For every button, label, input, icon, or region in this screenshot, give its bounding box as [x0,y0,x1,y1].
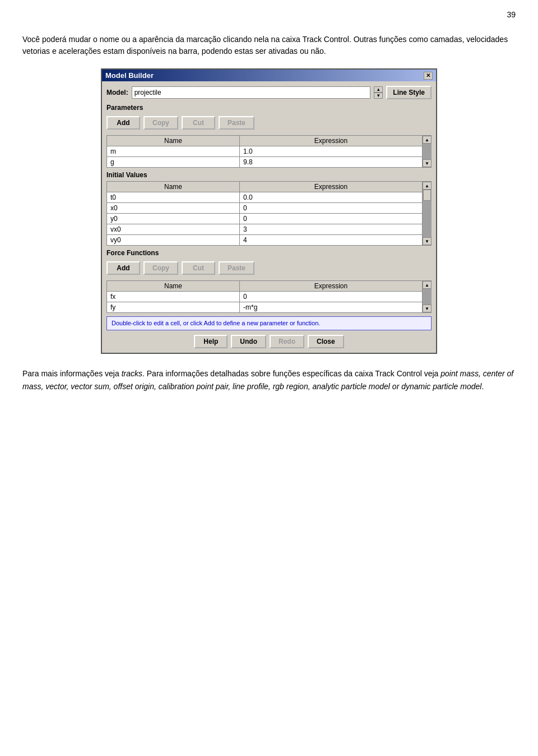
parameters-scroll-down[interactable]: ▼ [423,159,432,167]
force-functions-scroll-track [423,289,432,305]
force-functions-table: Name Expression fx0fy-m*g [106,280,423,313]
iv-name-cell: vy0 [107,235,240,246]
ff-name-cell: fx [107,292,240,302]
param-name-cell: g [107,157,240,168]
iv-name-cell: y0 [107,214,240,224]
initial-values-scroll-thumb [423,190,431,201]
iv-expr-cell: 0.0 [240,192,423,203]
model-builder-dialog: Model Builder ✕ Model: projectile ▲ ▼ Li… [101,68,437,354]
force-functions-btn-row: Add Copy Cut Paste [106,259,432,277]
parameters-label: Parameters [106,104,432,112]
model-value: projectile [134,89,368,96]
param-name-cell: m [107,146,240,157]
parameters-scroll-up[interactable]: ▲ [423,136,432,144]
initial-values-col-expr: Expression [240,182,423,192]
param-expr-cell: 1.0 [240,146,423,157]
table-row[interactable]: t00.0 [107,192,423,203]
parameters-table-container: Name Expression m1.0g9.8 ▲ ▼ [106,135,432,168]
model-scroll-up[interactable]: ▲ [374,86,383,93]
param-expr-cell: 9.8 [240,157,423,168]
force-functions-label: Force Functions [106,249,432,257]
model-row: Model: projectile ▲ ▼ Line Style [106,86,432,99]
dialog-title: Model Builder [105,71,154,80]
initial-values-scroll-up[interactable]: ▲ [423,182,432,190]
initial-values-table-container: Name Expression t00.0x00y00vx03vy04 ▲ ▼ [106,181,432,246]
iv-name-cell: t0 [107,192,240,203]
parameters-col-name: Name [107,136,240,146]
redo-button[interactable]: Redo [270,335,304,348]
parameters-add-button[interactable]: Add [106,116,140,130]
iv-expr-cell: 0 [240,203,423,214]
table-row[interactable]: fy-m*g [107,302,423,313]
parameters-scroll-track [423,144,432,159]
iv-expr-cell: 0 [240,214,423,224]
dialog-body: Model: projectile ▲ ▼ Line Style Paramet… [102,81,436,353]
parameters-copy-button[interactable]: Copy [143,116,178,130]
force-functions-table-container: Name Expression fx0fy-m*g ▲ ▼ [106,280,432,313]
ff-expr-cell: 0 [240,292,423,302]
help-button[interactable]: Help [194,335,228,348]
dialog-titlebar: Model Builder ✕ [102,70,436,81]
undo-button[interactable]: Undo [231,335,266,348]
parameters-col-expr: Expression [240,136,423,146]
force-functions-add-button[interactable]: Add [106,261,140,275]
footer-text: Para mais informações veja tracks. Para … [22,367,516,393]
parameters-scrollbar: ▲ ▼ [423,135,432,168]
initial-values-scrollbar: ▲ ▼ [423,181,432,246]
parameters-table: Name Expression m1.0g9.8 [106,135,423,168]
initial-values-scroll-down[interactable]: ▼ [423,237,432,245]
table-row[interactable]: g9.8 [107,157,423,168]
force-functions-copy-button[interactable]: Copy [143,261,178,275]
force-functions-scrollbar: ▲ ▼ [423,280,432,313]
footer-text-1-end: . Para informações detalhadas sobre funç… [142,369,440,378]
force-functions-cut-button[interactable]: Cut [182,261,215,275]
force-functions-paste-button[interactable]: Paste [219,261,254,275]
footer-tracks-italic: tracks [122,369,142,378]
line-style-button[interactable]: Line Style [386,86,432,99]
table-row[interactable]: fx0 [107,292,423,302]
ff-expr-cell: -m*g [240,302,423,313]
table-row[interactable]: y00 [107,214,423,224]
initial-values-col-name: Name [107,182,240,192]
parameters-btn-row: Add Copy Cut Paste [106,114,432,132]
force-functions-col-name: Name [107,281,240,292]
page-number: 39 [507,10,516,19]
dialog-close-button[interactable]: ✕ [424,72,433,80]
table-row[interactable]: vx03 [107,224,423,235]
model-label: Model: [106,89,128,96]
force-functions-col-expr: Expression [240,281,423,292]
parameters-cut-button[interactable]: Cut [182,116,215,130]
info-box: Double-click to edit a cell, or click Ad… [106,316,432,330]
iv-expr-cell: 3 [240,224,423,235]
ff-name-cell: fy [107,302,240,313]
iv-name-cell: x0 [107,203,240,214]
initial-values-scroll-track [423,190,432,237]
initial-values-table: Name Expression t00.0x00y00vx03vy04 [106,181,423,246]
table-row[interactable]: m1.0 [107,146,423,157]
model-scroll-down[interactable]: ▼ [374,93,383,99]
table-row[interactable]: x00 [107,203,423,214]
table-row[interactable]: vy04 [107,235,423,246]
force-functions-scroll-down[interactable]: ▼ [423,305,432,312]
iv-name-cell: vx0 [107,224,240,235]
force-functions-scroll-up[interactable]: ▲ [423,281,432,289]
parameters-paste-button[interactable]: Paste [219,116,254,130]
iv-expr-cell: 4 [240,235,423,246]
footer-text-2-end: . [481,382,484,391]
footer-text-1: Para mais informações veja [22,369,122,378]
model-scroll-buttons: ▲ ▼ [374,86,383,99]
model-input[interactable]: projectile [132,86,371,99]
initial-values-label: Initial Values [106,171,432,179]
intro-text: Você poderá mudar o nome ou a aparência … [22,34,516,57]
close-button[interactable]: Close [308,335,344,348]
bottom-btn-row: Help Undo Redo Close [106,335,432,348]
